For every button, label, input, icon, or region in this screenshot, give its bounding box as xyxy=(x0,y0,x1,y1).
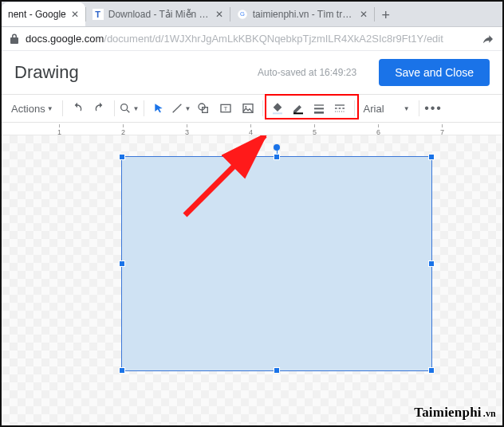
svg-rect-14 xyxy=(314,108,324,109)
drawing-toolbar: Actions▼ ▼ ▼ T xyxy=(2,94,502,123)
browser-tab-active[interactable]: nent - Google ✕ xyxy=(2,2,85,26)
resize-handle[interactable] xyxy=(274,367,280,374)
text-box-tool[interactable]: T xyxy=(215,98,236,119)
font-selector[interactable]: Arial▼ xyxy=(359,98,415,119)
line-tool[interactable]: ▼ xyxy=(171,98,191,119)
resize-handle[interactable] xyxy=(428,367,435,374)
resize-handle[interactable] xyxy=(428,261,435,267)
resize-handle[interactable] xyxy=(274,154,280,160)
favicon-google-icon: G xyxy=(237,9,248,20)
svg-rect-12 xyxy=(293,112,303,114)
tab-label: Download - Tải Miễn Phí VN xyxy=(108,9,211,20)
favicon-t-icon: T xyxy=(93,9,104,20)
new-tab-button[interactable]: + xyxy=(375,4,397,26)
tab-label: taimienphi.vn - Tìm trên Goo xyxy=(253,9,355,20)
svg-point-10 xyxy=(245,106,246,108)
shape-tool[interactable] xyxy=(193,98,214,119)
lock-icon[interactable] xyxy=(10,33,19,45)
resize-handle[interactable] xyxy=(119,261,125,267)
drawing-canvas[interactable]: Taimienphi.vn xyxy=(2,135,502,425)
border-color-button[interactable] xyxy=(288,98,309,119)
url-text[interactable]: docs.google.com/document/d/1WJXhrJgAmLkK… xyxy=(26,33,443,45)
undo-button[interactable] xyxy=(67,98,88,119)
resize-handle[interactable] xyxy=(119,367,125,374)
actions-menu[interactable]: Actions▼ xyxy=(6,98,58,119)
svg-text:T: T xyxy=(223,105,227,112)
image-tool[interactable] xyxy=(238,98,258,119)
resize-handle[interactable] xyxy=(428,154,435,160)
rotation-handle[interactable] xyxy=(274,144,280,151)
more-options-button[interactable]: ••• xyxy=(423,98,444,119)
watermark: Taimienphi.vn xyxy=(414,405,496,421)
drawing-title: Drawing xyxy=(14,62,79,83)
svg-rect-15 xyxy=(314,112,324,114)
close-icon[interactable]: ✕ xyxy=(360,9,368,20)
save-and-close-button[interactable]: Save and Close xyxy=(379,59,490,86)
share-icon[interactable] xyxy=(482,33,494,45)
tab-label: nent - Google xyxy=(8,9,66,20)
select-tool[interactable] xyxy=(148,98,169,119)
svg-line-4 xyxy=(172,104,181,113)
svg-line-3 xyxy=(127,110,129,112)
border-dash-button[interactable] xyxy=(329,98,350,119)
browser-tab[interactable]: G taimienphi.vn - Tìm trên Goo ✕ xyxy=(230,2,374,26)
close-icon[interactable]: ✕ xyxy=(215,9,223,20)
fill-color-button[interactable] xyxy=(267,98,288,119)
horizontal-ruler: 1 2 3 4 5 6 7 xyxy=(2,123,502,135)
svg-point-2 xyxy=(120,104,127,111)
address-bar: docs.google.com/document/d/1WJXhrJgAmLkK… xyxy=(2,27,502,51)
redo-button[interactable] xyxy=(89,98,110,119)
svg-text:G: G xyxy=(240,10,245,18)
drawing-header: Drawing Auto-saved at 16:49:23 Save and … xyxy=(2,51,502,94)
selected-rectangle-shape[interactable] xyxy=(121,156,432,371)
border-weight-button[interactable] xyxy=(309,98,329,119)
zoom-button[interactable]: ▼ xyxy=(119,98,140,119)
browser-tabstrip: nent - Google ✕ T Download - Tải Miễn Ph… xyxy=(2,2,502,27)
svg-rect-11 xyxy=(273,112,282,114)
browser-tab[interactable]: T Download - Tải Miễn Phí VN ✕ xyxy=(86,2,230,26)
autosave-status: Auto-saved at 16:49:23 xyxy=(258,67,356,78)
svg-rect-13 xyxy=(314,104,324,105)
resize-handle[interactable] xyxy=(119,154,125,160)
close-icon[interactable]: ✕ xyxy=(71,9,79,20)
